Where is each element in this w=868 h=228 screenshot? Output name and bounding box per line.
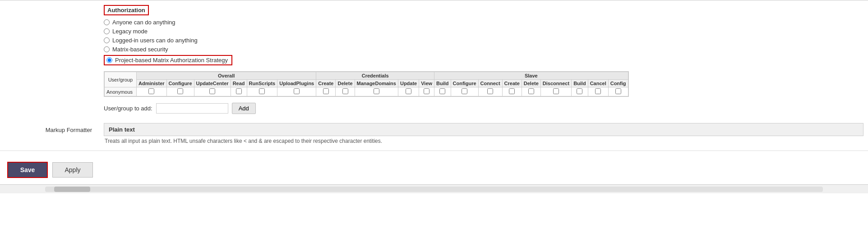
add-button[interactable]: Add [232, 103, 256, 114]
radio-legacy-label[interactable]: Legacy mode [112, 28, 148, 35]
radio-loggedin: Logged-in users can do anything [104, 37, 863, 44]
radio-matrix: Matrix-based security [104, 46, 863, 53]
plain-text-box: Plain text [104, 123, 863, 136]
radio-loggedin-label[interactable]: Logged-in users can do anything [112, 37, 198, 44]
cb-anon-cred-managedomains[interactable] [374, 88, 379, 94]
col-cred-delete: Delete [336, 80, 355, 87]
radio-anyone-input[interactable] [104, 19, 110, 25]
add-user-label: User/group to add: [104, 105, 152, 112]
cb-anon-updatecenter[interactable] [209, 88, 215, 94]
cb-anon-uploadplugins[interactable] [294, 88, 300, 94]
radio-project-label[interactable]: Project-based Matrix Authorization Strat… [115, 57, 228, 64]
table-row: Anonymous [105, 87, 628, 96]
radio-project-input[interactable] [106, 57, 112, 63]
col-configure: Configure [166, 80, 194, 87]
cb-anon-configure[interactable] [177, 88, 183, 94]
matrix-table: User/group Overall Credentials Slave Adm… [104, 72, 628, 96]
scrollbar-track [45, 187, 823, 192]
col-updatecenter: UpdateCenter [194, 80, 231, 87]
radio-loggedin-input[interactable] [104, 37, 110, 43]
table-header-usergroup: User/group [105, 72, 137, 87]
matrix-table-wrapper: User/group Overall Credentials Slave Adm… [104, 71, 629, 97]
cb-anon-runscripts[interactable] [259, 88, 265, 94]
col-slave-connect: Connect [478, 80, 502, 87]
cb-anon-slave-config[interactable] [615, 88, 621, 94]
save-button[interactable]: Save [7, 162, 48, 178]
row-anonymous-label: Anonymous [105, 87, 137, 96]
col-slave-configure: Configure [451, 80, 478, 87]
markup-formatter-content: Plain text Treats all input as plain tex… [99, 123, 868, 144]
col-slave-create: Create [502, 80, 522, 87]
add-user-input[interactable] [156, 103, 228, 114]
radio-legacy: Legacy mode [104, 28, 863, 35]
cb-anon-slave-cancel[interactable] [595, 88, 601, 94]
radio-project-wrapper: Project-based Matrix Authorization Strat… [104, 55, 232, 65]
authorization-right-content: Authorization Anyone can do anything Leg… [99, 5, 868, 119]
add-user-row: User/group to add: Add [104, 103, 863, 114]
cb-anon-slave-configure[interactable] [462, 88, 467, 94]
cb-anon-slave-build2[interactable] [577, 88, 582, 94]
cb-anon-slave-build[interactable] [439, 88, 445, 94]
col-administer: Administer [137, 80, 166, 87]
cb-anon-administer[interactable] [148, 88, 154, 94]
col-cred-create: Create [316, 80, 336, 87]
cb-anon-slave-connect[interactable] [487, 88, 493, 94]
bottom-buttons: Save Apply [0, 157, 868, 182]
radio-anyone: Anyone can do anything [104, 19, 863, 26]
col-slave-disconnect: Disconnect [540, 80, 571, 87]
table-header-slave: Slave [434, 72, 628, 80]
radio-legacy-input[interactable] [104, 28, 110, 34]
apply-button[interactable]: Apply [52, 162, 93, 178]
markup-formatter-row: Markup Formatter Plain text Treats all i… [0, 123, 868, 144]
table-header-credentials: Credentials [316, 72, 434, 80]
cb-anon-cred-view[interactable] [424, 88, 429, 94]
authorization-title: Authorization [104, 5, 863, 19]
radio-project: Project-based Matrix Authorization Strat… [104, 55, 863, 65]
cb-anon-slave-delete[interactable] [528, 88, 534, 94]
cb-anon-cred-update[interactable] [406, 88, 411, 94]
radio-anyone-label[interactable]: Anyone can do anything [112, 19, 175, 26]
radio-matrix-input[interactable] [104, 46, 110, 52]
markup-formatter-left-label: Markup Formatter [0, 123, 99, 133]
scrollbar-thumb[interactable] [54, 187, 90, 192]
col-cred-managedomains: ManageDomains [355, 80, 398, 87]
cb-anon-cred-create[interactable] [323, 88, 329, 94]
authorization-left-label [0, 5, 99, 119]
page-container: Authorization Anyone can do anything Leg… [0, 0, 868, 228]
plain-text-desc: Treats all input as plain text. HTML uns… [104, 138, 863, 144]
table-header-overall: Overall [137, 72, 316, 80]
col-uploadplugins: UploadPlugins [277, 80, 316, 87]
col-cred-view: View [419, 80, 434, 87]
plain-text-type: Plain text [109, 126, 135, 133]
col-slave-config: Config [608, 80, 628, 87]
col-slave-build2: Build [572, 80, 588, 87]
col-slave-delete: Delete [522, 80, 540, 87]
col-slave-cancel: Cancel [588, 80, 608, 87]
main-content: Authorization Anyone can do anything Leg… [0, 0, 868, 123]
radio-matrix-label[interactable]: Matrix-based security [112, 46, 168, 53]
col-read: Read [231, 80, 247, 87]
cb-anon-slave-disconnect[interactable] [553, 88, 559, 94]
col-runscripts: RunScripts [247, 80, 277, 87]
cb-anon-slave-create[interactable] [509, 88, 515, 94]
authorization-section: Authorization Anyone can do anything Leg… [104, 5, 863, 114]
col-cred-update: Update [398, 80, 419, 87]
cb-anon-cred-delete[interactable] [342, 88, 348, 94]
bottom-scrollbar[interactable] [0, 184, 868, 193]
cb-anon-read[interactable] [236, 88, 242, 94]
authorization-title-text: Authorization [104, 5, 149, 15]
col-slave-build: Build [434, 80, 451, 87]
section-divider [0, 150, 868, 151]
